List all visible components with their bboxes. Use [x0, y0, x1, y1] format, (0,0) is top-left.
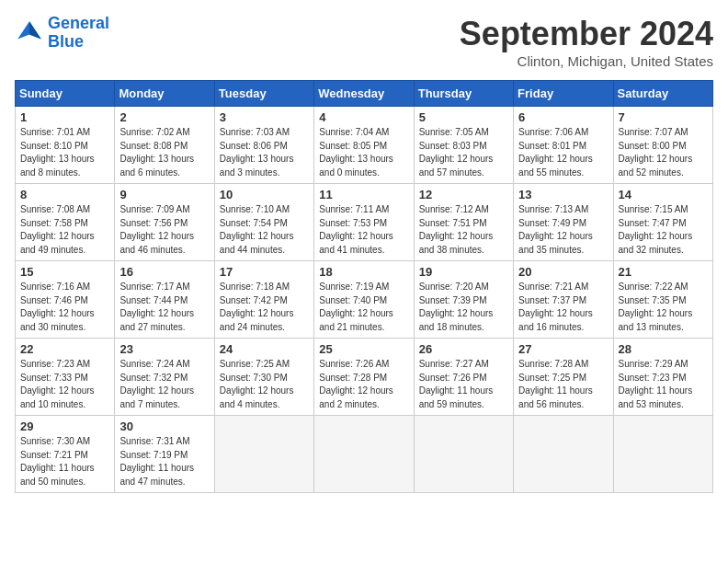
day-number: 5 [419, 110, 508, 124]
day-number: 4 [319, 110, 408, 124]
calendar-cell: 2Sunrise: 7:02 AM Sunset: 8:08 PM Daylig… [115, 107, 214, 184]
day-number: 18 [319, 265, 408, 279]
title-block: September 2024 Clinton, Michigan, United… [460, 15, 713, 69]
calendar-cell: 10Sunrise: 7:10 AM Sunset: 7:54 PM Dayli… [214, 184, 313, 261]
day-info: Sunrise: 7:18 AM Sunset: 7:42 PM Dayligh… [220, 281, 309, 334]
day-number: 25 [319, 342, 408, 356]
calendar-cell: 11Sunrise: 7:11 AM Sunset: 7:53 PM Dayli… [314, 184, 414, 261]
calendar-cell: 9Sunrise: 7:09 AM Sunset: 7:56 PM Daylig… [115, 184, 214, 261]
day-number: 29 [20, 419, 109, 433]
calendar-cell: 6Sunrise: 7:06 AM Sunset: 8:01 PM Daylig… [514, 107, 613, 184]
calendar-week-row: 1Sunrise: 7:01 AM Sunset: 8:10 PM Daylig… [16, 107, 713, 184]
day-info: Sunrise: 7:16 AM Sunset: 7:46 PM Dayligh… [20, 281, 109, 334]
day-number: 26 [419, 342, 508, 356]
calendar-cell: 3Sunrise: 7:03 AM Sunset: 8:06 PM Daylig… [214, 107, 313, 184]
day-number: 24 [220, 342, 309, 356]
day-number: 27 [518, 342, 608, 356]
day-info: Sunrise: 7:20 AM Sunset: 7:39 PM Dayligh… [419, 281, 508, 334]
calendar-week-row: 22Sunrise: 7:23 AM Sunset: 7:33 PM Dayli… [16, 339, 713, 416]
day-info: Sunrise: 7:15 AM Sunset: 7:47 PM Dayligh… [619, 203, 708, 257]
day-info: Sunrise: 7:26 AM Sunset: 7:28 PM Dayligh… [319, 358, 408, 411]
day-info: Sunrise: 7:13 AM Sunset: 7:49 PM Dayligh… [518, 203, 608, 257]
calendar-cell: 24Sunrise: 7:25 AM Sunset: 7:30 PM Dayli… [214, 339, 313, 416]
month-title: September 2024 [460, 15, 713, 53]
day-info: Sunrise: 7:28 AM Sunset: 7:25 PM Dayligh… [518, 358, 608, 411]
calendar-header-row: SundayMondayTuesdayWednesdayThursdayFrid… [16, 81, 713, 107]
weekday-header: Thursday [414, 81, 513, 107]
day-info: Sunrise: 7:01 AM Sunset: 8:10 PM Dayligh… [20, 126, 109, 179]
day-info: Sunrise: 7:10 AM Sunset: 7:54 PM Dayligh… [220, 203, 309, 257]
day-info: Sunrise: 7:29 AM Sunset: 7:23 PM Dayligh… [619, 358, 708, 411]
location: Clinton, Michigan, United States [460, 53, 713, 69]
logo-text: General Blue [48, 15, 109, 52]
day-number: 10 [220, 188, 309, 201]
calendar-cell: 28Sunrise: 7:29 AM Sunset: 7:23 PM Dayli… [613, 339, 712, 416]
day-number: 8 [20, 188, 109, 201]
weekday-header: Saturday [613, 81, 712, 107]
day-info: Sunrise: 7:25 AM Sunset: 7:30 PM Dayligh… [220, 358, 309, 411]
calendar-cell: 22Sunrise: 7:23 AM Sunset: 7:33 PM Dayli… [16, 339, 115, 416]
calendar-cell: 25Sunrise: 7:26 AM Sunset: 7:28 PM Dayli… [314, 339, 414, 416]
calendar-cell: 29Sunrise: 7:30 AM Sunset: 7:21 PM Dayli… [16, 416, 115, 493]
day-info: Sunrise: 7:04 AM Sunset: 8:05 PM Dayligh… [319, 126, 408, 179]
day-info: Sunrise: 7:23 AM Sunset: 7:33 PM Dayligh… [20, 358, 109, 411]
day-number: 6 [518, 110, 608, 124]
day-info: Sunrise: 7:06 AM Sunset: 8:01 PM Dayligh… [518, 126, 608, 179]
day-info: Sunrise: 7:02 AM Sunset: 8:08 PM Dayligh… [119, 126, 209, 179]
day-info: Sunrise: 7:19 AM Sunset: 7:40 PM Dayligh… [319, 281, 408, 334]
weekday-header: Tuesday [214, 81, 313, 107]
day-number: 2 [119, 110, 209, 124]
calendar-cell: 19Sunrise: 7:20 AM Sunset: 7:39 PM Dayli… [414, 261, 513, 339]
calendar-cell: 30Sunrise: 7:31 AM Sunset: 7:19 PM Dayli… [115, 416, 214, 493]
day-info: Sunrise: 7:12 AM Sunset: 7:51 PM Dayligh… [419, 203, 508, 257]
day-number: 15 [20, 265, 109, 279]
calendar-cell [514, 416, 613, 493]
calendar-cell: 16Sunrise: 7:17 AM Sunset: 7:44 PM Dayli… [115, 261, 214, 339]
calendar-cell [613, 416, 712, 493]
day-info: Sunrise: 7:07 AM Sunset: 8:00 PM Dayligh… [619, 126, 708, 179]
day-info: Sunrise: 7:17 AM Sunset: 7:44 PM Dayligh… [119, 281, 209, 334]
calendar-cell [314, 416, 414, 493]
calendar-cell: 27Sunrise: 7:28 AM Sunset: 7:25 PM Dayli… [514, 339, 613, 416]
day-number: 14 [619, 188, 708, 201]
day-number: 23 [119, 342, 209, 356]
day-info: Sunrise: 7:30 AM Sunset: 7:21 PM Dayligh… [20, 435, 109, 488]
day-number: 12 [419, 188, 508, 201]
day-info: Sunrise: 7:22 AM Sunset: 7:35 PM Dayligh… [619, 281, 708, 334]
calendar-cell [214, 416, 313, 493]
day-info: Sunrise: 7:03 AM Sunset: 8:06 PM Dayligh… [220, 126, 309, 179]
day-info: Sunrise: 7:21 AM Sunset: 7:37 PM Dayligh… [518, 281, 608, 334]
calendar-cell: 14Sunrise: 7:15 AM Sunset: 7:47 PM Dayli… [613, 184, 712, 261]
day-info: Sunrise: 7:05 AM Sunset: 8:03 PM Dayligh… [419, 126, 508, 179]
calendar-cell: 7Sunrise: 7:07 AM Sunset: 8:00 PM Daylig… [613, 107, 712, 184]
weekday-header: Monday [115, 81, 214, 107]
day-number: 22 [20, 342, 109, 356]
day-info: Sunrise: 7:31 AM Sunset: 7:19 PM Dayligh… [119, 435, 209, 488]
calendar-cell: 13Sunrise: 7:13 AM Sunset: 7:49 PM Dayli… [514, 184, 613, 261]
day-info: Sunrise: 7:11 AM Sunset: 7:53 PM Dayligh… [319, 203, 408, 257]
svg-marker-1 [29, 21, 41, 39]
calendar-cell: 20Sunrise: 7:21 AM Sunset: 7:37 PM Dayli… [514, 261, 613, 339]
calendar-cell: 4Sunrise: 7:04 AM Sunset: 8:05 PM Daylig… [314, 107, 414, 184]
calendar-table: SundayMondayTuesdayWednesdayThursdayFrid… [15, 80, 713, 493]
weekday-header: Friday [514, 81, 613, 107]
weekday-header: Sunday [16, 81, 115, 107]
calendar-cell: 12Sunrise: 7:12 AM Sunset: 7:51 PM Dayli… [414, 184, 513, 261]
calendar-week-row: 29Sunrise: 7:30 AM Sunset: 7:21 PM Dayli… [16, 416, 713, 493]
calendar-cell: 1Sunrise: 7:01 AM Sunset: 8:10 PM Daylig… [16, 107, 115, 184]
day-number: 3 [220, 110, 309, 124]
day-info: Sunrise: 7:08 AM Sunset: 7:58 PM Dayligh… [20, 203, 109, 257]
calendar-cell: 15Sunrise: 7:16 AM Sunset: 7:46 PM Dayli… [16, 261, 115, 339]
day-info: Sunrise: 7:27 AM Sunset: 7:26 PM Dayligh… [419, 358, 508, 411]
day-number: 28 [619, 342, 708, 356]
day-number: 19 [419, 265, 508, 279]
calendar-cell: 5Sunrise: 7:05 AM Sunset: 8:03 PM Daylig… [414, 107, 513, 184]
day-number: 30 [119, 419, 209, 433]
calendar-week-row: 15Sunrise: 7:16 AM Sunset: 7:46 PM Dayli… [16, 261, 713, 339]
day-number: 16 [119, 265, 209, 279]
calendar-cell [414, 416, 513, 493]
day-number: 11 [319, 188, 408, 201]
calendar-cell: 17Sunrise: 7:18 AM Sunset: 7:42 PM Dayli… [214, 261, 313, 339]
calendar-cell: 23Sunrise: 7:24 AM Sunset: 7:32 PM Dayli… [115, 339, 214, 416]
logo-icon [15, 18, 44, 48]
